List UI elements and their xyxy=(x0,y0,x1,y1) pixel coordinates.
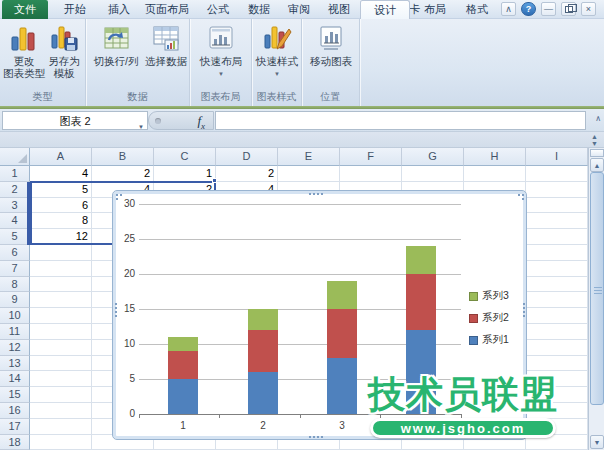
row-header-3[interactable]: 3 xyxy=(0,198,30,214)
chart-xtick-3: 3 xyxy=(327,420,357,431)
chart-bar-系列2-cat3[interactable] xyxy=(327,309,357,358)
chart-xtick-2: 2 xyxy=(248,420,278,431)
tab-公式[interactable]: 公式 xyxy=(196,0,240,19)
chart-handle-right[interactable] xyxy=(523,303,525,305)
row-header-11[interactable]: 11 xyxy=(0,324,30,340)
row-header-4[interactable]: 4 xyxy=(0,213,30,229)
chart-bar-系列2-cat2[interactable] xyxy=(248,330,278,372)
ribbon-group-位置: 移动图表位置 xyxy=(302,19,360,106)
ribbon-button-快速布局[interactable]: 快速布局▼ xyxy=(195,23,247,80)
ribbon-button-快速样式[interactable]: 快速样式▼ xyxy=(254,23,300,80)
expand-formula-bar-icon[interactable]: ∧ xyxy=(595,114,601,123)
collapse-ribbon-button[interactable]: ∧ xyxy=(501,2,516,16)
chart-bar-系列3-cat4[interactable] xyxy=(406,246,436,274)
row-header-10[interactable]: 10 xyxy=(0,308,30,324)
select-all-corner[interactable] xyxy=(0,148,30,166)
row-header-18[interactable]: 18 xyxy=(0,435,30,450)
row-header-9[interactable]: 9 xyxy=(0,292,30,308)
cell-C1[interactable]: 1 xyxy=(154,166,212,182)
row-header-6[interactable]: 6 xyxy=(0,245,30,261)
cell-A1[interactable]: 4 xyxy=(30,166,88,182)
column-header-H[interactable]: H xyxy=(464,148,526,166)
ribbon-button-label: 另存为 xyxy=(48,55,80,67)
chart-bar-系列1-cat3[interactable] xyxy=(327,358,357,414)
row-header-7[interactable]: 7 xyxy=(0,261,30,277)
name-box-value: 图表 2 xyxy=(59,115,90,127)
chart-bar-系列3-cat2[interactable] xyxy=(248,309,278,330)
column-header-B[interactable]: B xyxy=(92,148,154,166)
column-header-C[interactable]: C xyxy=(154,148,216,166)
vertical-scrollbar[interactable]: ▲ ▼ xyxy=(588,148,604,450)
row-header-16[interactable]: 16 xyxy=(0,403,30,419)
column-header-G[interactable]: G xyxy=(402,148,464,166)
row-header-5[interactable]: 5 xyxy=(0,229,30,245)
close-button[interactable]: × xyxy=(581,2,596,16)
chart-handle-left[interactable] xyxy=(115,303,117,305)
help-icon[interactable]: ? xyxy=(521,2,536,16)
dropdown-arrow-icon[interactable]: ▼ xyxy=(218,68,224,80)
scroll-up-icon[interactable]: ▲ xyxy=(590,158,604,172)
column-header-F[interactable]: F xyxy=(340,148,402,166)
scrollbar-split-box[interactable] xyxy=(590,149,604,157)
column-header-A[interactable]: A xyxy=(30,148,92,166)
chart-ytick-0: 0 xyxy=(114,408,135,419)
legend-item-系列1[interactable]: 系列1 xyxy=(469,333,509,347)
chart-bar-系列1-cat2[interactable] xyxy=(248,372,278,414)
tab-格式[interactable]: 格式 xyxy=(454,0,500,19)
ribbon-button-label: 选择数据 xyxy=(145,55,187,67)
restore-button[interactable] xyxy=(561,2,576,16)
row-header-1[interactable]: 1 xyxy=(0,166,30,182)
chart-bar-系列1-cat1[interactable] xyxy=(168,379,198,414)
ribbon-group-图表样式: 快速样式▼图表样式 xyxy=(252,19,302,106)
minimize-button[interactable]: — xyxy=(541,2,556,16)
chart-bar-系列3-cat3[interactable] xyxy=(327,281,357,309)
row-header-17[interactable]: 17 xyxy=(0,419,30,435)
tab-布局[interactable]: 布局 xyxy=(412,0,458,19)
ribbon: 更改图表类型另存为模板类型切换行/列选择数据数据快速布局▼图表布局快速样式▼图表… xyxy=(0,19,604,106)
ribbon-button-选择数据[interactable]: 选择数据 xyxy=(144,23,188,67)
scroll-down-icon[interactable]: ▼ xyxy=(590,435,604,449)
cell-D1[interactable]: 2 xyxy=(216,166,274,182)
tab-数据[interactable]: 数据 xyxy=(238,0,280,19)
chart-bar-系列2-cat4[interactable] xyxy=(406,274,436,330)
formula-input[interactable] xyxy=(215,111,586,130)
legend-item-系列3[interactable]: 系列3 xyxy=(469,289,509,303)
chart-handle-bottom[interactable] xyxy=(309,436,311,438)
tab-页面布局[interactable]: 页面布局 xyxy=(136,0,198,19)
row-header-13[interactable]: 13 xyxy=(0,356,30,372)
row-header-15[interactable]: 15 xyxy=(0,387,30,403)
insert-function-icon[interactable]: fx xyxy=(197,113,205,131)
chart-handle-top-left[interactable] xyxy=(116,194,118,196)
tab-设计[interactable]: 设计 xyxy=(360,0,410,19)
scrollbar-grip xyxy=(594,287,602,288)
chart-handle-top-right[interactable] xyxy=(518,194,520,196)
ribbon-button-label: 快速样式 xyxy=(256,55,298,67)
watermark-url: www.jsgho.com xyxy=(370,418,556,438)
chart-bar-系列2-cat1[interactable] xyxy=(168,351,198,379)
ribbon-button-另存为模板[interactable]: 另存为模板 xyxy=(44,23,84,79)
formula-bar-scroll-icons[interactable]: ▲▼ xyxy=(591,133,598,147)
ribbon-button-切换行/列[interactable]: 切换行/列 xyxy=(90,23,142,67)
legend-item-系列2[interactable]: 系列2 xyxy=(469,311,509,325)
name-box[interactable]: 图表 2 ▼ xyxy=(2,111,148,130)
column-header-D[interactable]: D xyxy=(216,148,278,166)
dropdown-arrow-icon[interactable]: ▼ xyxy=(274,68,280,80)
tab-file[interactable]: 文件 xyxy=(2,0,48,19)
chart-bar-系列3-cat1[interactable] xyxy=(168,337,198,351)
column-header-E[interactable]: E xyxy=(278,148,340,166)
chart-ytick-25: 25 xyxy=(114,233,135,244)
ribbon-button-更改图表类型[interactable]: 更改图表类型 xyxy=(4,23,44,79)
chart-handle-top[interactable] xyxy=(309,193,311,195)
column-header-I[interactable]: I xyxy=(526,148,588,166)
tab-开始[interactable]: 开始 xyxy=(52,0,98,19)
tab-审阅[interactable]: 审阅 xyxy=(278,0,320,19)
tab-视图[interactable]: 视图 xyxy=(318,0,360,19)
row-header-14[interactable]: 14 xyxy=(0,371,30,387)
row-header-8[interactable]: 8 xyxy=(0,277,30,293)
scrollbar-thumb[interactable] xyxy=(590,172,604,405)
ribbon-button-移动图表[interactable]: 移动图表 xyxy=(308,23,354,67)
row-header-2[interactable]: 2 xyxy=(0,182,30,198)
cell-B1[interactable]: 2 xyxy=(92,166,150,182)
range-fill-handle[interactable] xyxy=(212,178,217,183)
row-header-12[interactable]: 12 xyxy=(0,340,30,356)
